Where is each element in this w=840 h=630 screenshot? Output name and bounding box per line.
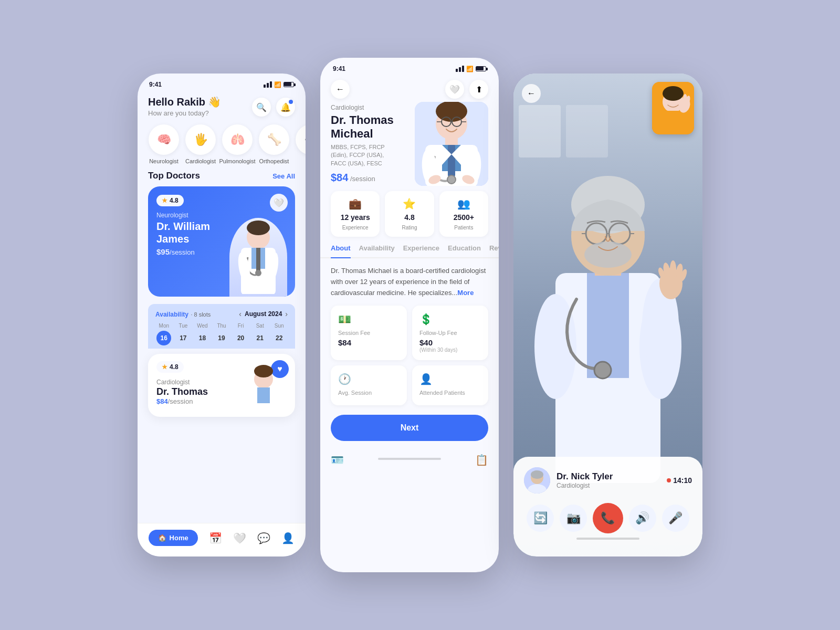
days-row: Mon 16 Tue 17 Wed 18 Thu 19 Fri 20: [155, 323, 288, 345]
end-call-button[interactable]: 📞: [593, 503, 623, 533]
day-wed[interactable]: Wed 18: [194, 323, 211, 345]
see-all-link[interactable]: See All: [272, 172, 295, 180]
price-value-2: $84: [156, 397, 168, 405]
availability-label: Availability: [155, 311, 188, 318]
status-icons-2: 📶: [456, 66, 486, 72]
flip-camera-button[interactable]: 🔄: [527, 505, 554, 532]
nav-schedule[interactable]: 📅: [209, 532, 222, 544]
availability-section: Availability · 8 slots ‹ August 2024 › M…: [148, 304, 295, 349]
category-orthopedist[interactable]: 🦴 Orthopedist: [258, 124, 290, 164]
stat-patients: 👥 2500+ Patients: [439, 191, 488, 237]
tab-about[interactable]: About: [331, 244, 351, 258]
card-rating-1: ★ 4.8: [156, 195, 184, 206]
specialty-label-2: Cardiologist: [156, 379, 190, 386]
signal-bar-1: [264, 85, 266, 88]
day-mon[interactable]: Mon 16: [155, 323, 173, 345]
followup-fee-card: 💲 Follow-Up Fee $40 (Within 30 days): [412, 306, 488, 360]
day-num-22: 22: [272, 331, 287, 345]
category-pulmonologist[interactable]: 🫁 Pulmonologist: [222, 124, 253, 164]
nav-profile[interactable]: 👤: [281, 532, 295, 544]
next-month-btn[interactable]: ›: [285, 310, 288, 318]
share-button[interactable]: ⬆: [469, 80, 488, 99]
category-cardiologist[interactable]: 🖐️ Cardiologist: [185, 124, 216, 164]
day-tue[interactable]: Tue 17: [175, 323, 192, 345]
patients-icon: 👥: [457, 197, 470, 210]
pulmonologist-label: Pulmonologist: [219, 158, 255, 164]
hero-name: Dr. ThomasMicheal: [331, 113, 406, 141]
speaker-icon: 🔊: [635, 511, 649, 525]
greeting-section: Hello Rakib 👋 How are you today?: [148, 96, 221, 117]
star-icon-stat: ⭐: [403, 197, 416, 210]
home-label: Home: [170, 534, 188, 542]
p2-bottom-icon-1: 🪪: [331, 454, 344, 466]
mute-button[interactable]: 🎤: [662, 505, 689, 532]
pulmonologist-icon: 🫁: [222, 124, 253, 155]
rating-value-1: 4.8: [170, 197, 178, 204]
day-num-19: 19: [214, 331, 229, 345]
video-back-button[interactable]: ←: [522, 84, 541, 103]
wifi-icon: 📶: [274, 81, 281, 88]
hero-credentials: MBBS, FCPS, FRCP(Edin), FCCP (USA),FACC …: [331, 143, 406, 167]
notification-button[interactable]: 🔔: [276, 98, 295, 117]
section-title: Top Doctors: [148, 171, 200, 181]
clock-icon: 🕐: [338, 373, 400, 385]
next-button[interactable]: Next: [331, 415, 488, 441]
home-indicator-2: [378, 458, 441, 460]
day-sun[interactable]: Sun 22: [270, 323, 288, 345]
heart-icon: 🤍: [233, 532, 246, 544]
phone-3: ←: [513, 74, 702, 556]
phone-end-icon: 📞: [601, 511, 615, 525]
prev-month-btn[interactable]: ‹: [239, 310, 242, 318]
nav-home[interactable]: 🏠 Home: [149, 530, 198, 546]
status-icons-1: 📶: [264, 81, 294, 88]
back-button[interactable]: ←: [331, 80, 350, 99]
day-name-thu: Thu: [217, 323, 226, 329]
category-more[interactable]: • • •: [295, 124, 306, 164]
stat-rating: ⭐ 4.8 Rating: [385, 191, 434, 237]
tab-review[interactable]: Review: [489, 244, 499, 257]
call-timer: 14:10: [667, 476, 692, 485]
tab-experience[interactable]: Experience: [403, 244, 439, 257]
favorite-button-1[interactable]: 🤍: [270, 194, 288, 212]
signal-bar-3: [270, 81, 272, 88]
avg-session-label: Avg. Session: [338, 390, 400, 396]
pip-video: [652, 82, 694, 134]
call-controls: 🔄 📷 📞 🔊 🎤: [524, 503, 692, 533]
card-rating-2: ★ 4.8: [156, 361, 184, 373]
search-button[interactable]: 🔍: [252, 98, 271, 117]
session-fee-value: $84: [338, 338, 400, 347]
call-info-panel: Dr. Nick Tyler Cardiologist 14:10 🔄 📷: [513, 457, 702, 556]
notification-dot: [289, 100, 293, 104]
followup-fee-label: Follow-Up Fee: [419, 330, 481, 336]
p2-bottom-bar: 🪪 📋: [320, 449, 499, 474]
orthopedist-label: Orthopedist: [259, 158, 289, 164]
top-doctors-header: Top Doctors See All: [138, 170, 306, 186]
more-link[interactable]: More: [457, 289, 474, 297]
day-sat[interactable]: Sat 21: [251, 323, 269, 345]
phones-container: 9:41 📶 Hello Rakib 👋 How are you today?: [138, 58, 702, 572]
cardiologist-label: Cardiologist: [185, 158, 216, 164]
nav-messages[interactable]: 💬: [257, 532, 270, 544]
doctor-card-william[interactable]: ★ 4.8 🤍 Neurologist Dr. WilliamJames $95…: [148, 186, 295, 297]
stat-experience: 💼 12 years Experience: [331, 191, 380, 237]
favorite-top-button[interactable]: 🤍: [445, 80, 464, 99]
tabs-row: About Availability Experience Education …: [320, 244, 499, 258]
live-indicator: [667, 478, 671, 482]
categories-row: 🧠 Neurologist 🖐️ Cardiologist 🫁 Pulmonol…: [138, 122, 306, 170]
header-icons: 🔍 🔔: [252, 98, 295, 117]
avail-left: Availability · 8 slots: [155, 309, 211, 319]
day-fri[interactable]: Fri 20: [232, 323, 249, 345]
doctor-card-thomas[interactable]: ★ 4.8 ♥ Cardiologist Dr. Thomas $84/sess…: [148, 354, 295, 417]
category-neurologist[interactable]: 🧠 Neurologist: [148, 124, 180, 164]
camera-button[interactable]: 📷: [560, 505, 587, 532]
tab-availability[interactable]: Availability: [359, 244, 395, 257]
svg-rect-58: [660, 111, 686, 134]
day-name-sat: Sat: [256, 323, 264, 329]
tab-education[interactable]: Education: [448, 244, 481, 257]
nav-favorites[interactable]: 🤍: [233, 532, 246, 544]
doctor-hero-image: [415, 102, 488, 186]
speaker-button[interactable]: 🔊: [629, 505, 656, 532]
followup-fee-sub: (Within 30 days): [419, 347, 481, 353]
session-fee-label: Session Fee: [338, 330, 400, 336]
day-thu[interactable]: Thu 19: [213, 323, 230, 345]
